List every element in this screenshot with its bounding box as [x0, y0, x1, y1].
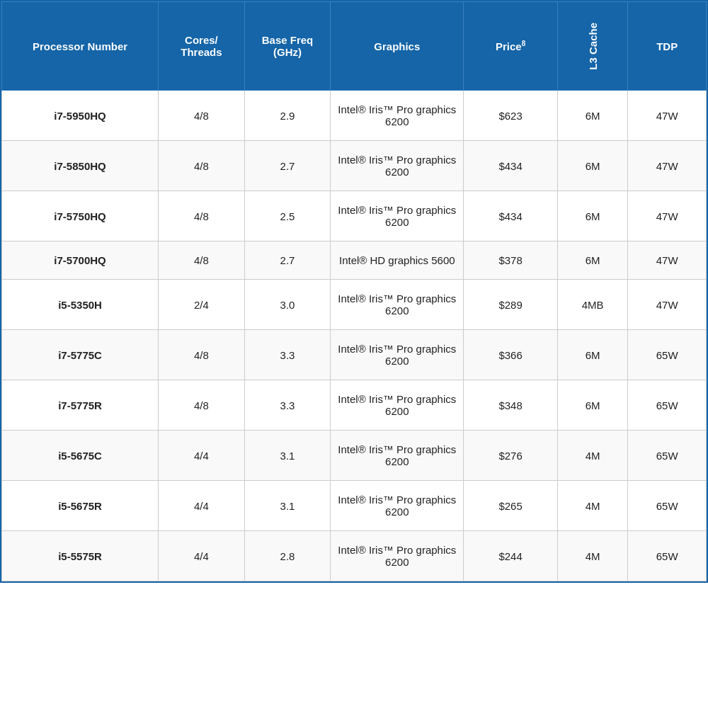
cell-processor: i7-5775C: [2, 330, 159, 380]
cell-cores: 4/8: [159, 191, 245, 241]
cell-cores: 4/4: [159, 431, 245, 481]
cell-l3cache: 6M: [557, 91, 628, 141]
cell-graphics: Intel® Iris™ Pro graphics 6200: [331, 191, 464, 241]
cell-tdp: 47W: [628, 91, 707, 141]
cell-graphics: Intel® Iris™ Pro graphics 6200: [331, 380, 464, 431]
header-l3cache: L3 Cache: [557, 2, 628, 91]
cell-basefreq: 3.1: [244, 481, 331, 531]
cell-price: $434: [464, 141, 558, 191]
table-row: i7-5775R4/83.3Intel® Iris™ Pro graphics …: [2, 380, 707, 431]
cell-basefreq: 2.8: [244, 531, 331, 581]
cell-price: $348: [464, 380, 558, 431]
header-price: Price8: [464, 2, 558, 91]
cell-processor: i7-5950HQ: [2, 91, 159, 141]
table-row: i7-5950HQ4/82.9Intel® Iris™ Pro graphics…: [2, 91, 707, 141]
cell-processor: i7-5700HQ: [2, 241, 159, 280]
cell-graphics: Intel® Iris™ Pro graphics 6200: [331, 141, 464, 191]
cell-graphics: Intel® Iris™ Pro graphics 6200: [331, 91, 464, 141]
cell-cores: 2/4: [159, 280, 245, 330]
cell-basefreq: 3.3: [244, 380, 331, 431]
cell-basefreq: 3.1: [244, 431, 331, 481]
table-row: i7-5700HQ4/82.7Intel® HD graphics 5600$3…: [2, 241, 707, 280]
cell-l3cache: 4M: [557, 431, 628, 481]
cell-cores: 4/8: [159, 380, 245, 431]
cell-price: $434: [464, 191, 558, 241]
cell-price: $366: [464, 330, 558, 380]
cell-tdp: 65W: [628, 330, 707, 380]
cell-l3cache: 6M: [557, 330, 628, 380]
cell-l3cache: 6M: [557, 241, 628, 280]
cell-tdp: 47W: [628, 241, 707, 280]
table-row: i7-5850HQ4/82.7Intel® Iris™ Pro graphics…: [2, 141, 707, 191]
cell-basefreq: 2.9: [244, 91, 331, 141]
header-tdp: TDP: [628, 2, 707, 91]
cell-graphics: Intel® Iris™ Pro graphics 6200: [331, 280, 464, 330]
cell-basefreq: 3.3: [244, 330, 331, 380]
header-basefreq: Base Freq(GHz): [244, 2, 331, 91]
cell-cores: 4/8: [159, 91, 245, 141]
cell-tdp: 65W: [628, 531, 707, 581]
cell-processor: i7-5750HQ: [2, 191, 159, 241]
l3cache-rotated-label: L3 Cache: [587, 23, 599, 70]
table-row: i5-5350H2/43.0Intel® Iris™ Pro graphics …: [2, 280, 707, 330]
cell-cores: 4/4: [159, 531, 245, 581]
table-row: i5-5575R4/42.8Intel® Iris™ Pro graphics …: [2, 531, 707, 581]
cell-price: $265: [464, 481, 558, 531]
cell-cores: 4/4: [159, 481, 245, 531]
cell-price: $244: [464, 531, 558, 581]
cell-processor: i5-5575R: [2, 531, 159, 581]
header-cores: Cores/Threads: [159, 2, 245, 91]
cell-l3cache: 6M: [557, 191, 628, 241]
cell-processor: i7-5775R: [2, 380, 159, 431]
cell-l3cache: 4M: [557, 531, 628, 581]
cell-basefreq: 2.5: [244, 191, 331, 241]
cell-graphics: Intel® Iris™ Pro graphics 6200: [331, 330, 464, 380]
cell-l3cache: 4MB: [557, 280, 628, 330]
table-row: i7-5750HQ4/82.5Intel® Iris™ Pro graphics…: [2, 191, 707, 241]
cell-processor: i5-5675R: [2, 481, 159, 531]
header-graphics: Graphics: [331, 2, 464, 91]
cell-price: $276: [464, 431, 558, 481]
cell-tdp: 47W: [628, 141, 707, 191]
cell-price: $378: [464, 241, 558, 280]
cell-basefreq: 3.0: [244, 280, 331, 330]
cell-basefreq: 2.7: [244, 241, 331, 280]
cell-graphics: Intel® Iris™ Pro graphics 6200: [331, 431, 464, 481]
cell-tdp: 47W: [628, 280, 707, 330]
cell-basefreq: 2.7: [244, 141, 331, 191]
table-row: i7-5775C4/83.3Intel® Iris™ Pro graphics …: [2, 330, 707, 380]
cell-processor: i7-5850HQ: [2, 141, 159, 191]
cell-price: $623: [464, 91, 558, 141]
cell-price: $289: [464, 280, 558, 330]
cell-graphics: Intel® HD graphics 5600: [331, 241, 464, 280]
cell-processor: i5-5675C: [2, 431, 159, 481]
table-row: i5-5675R4/43.1Intel® Iris™ Pro graphics …: [2, 481, 707, 531]
cell-tdp: 65W: [628, 380, 707, 431]
cell-cores: 4/8: [159, 141, 245, 191]
table-row: i5-5675C4/43.1Intel® Iris™ Pro graphics …: [2, 431, 707, 481]
cell-l3cache: 4M: [557, 481, 628, 531]
cell-processor: i5-5350H: [2, 280, 159, 330]
cell-cores: 4/8: [159, 330, 245, 380]
cell-graphics: Intel® Iris™ Pro graphics 6200: [331, 531, 464, 581]
cell-graphics: Intel® Iris™ Pro graphics 6200: [331, 481, 464, 531]
cell-cores: 4/8: [159, 241, 245, 280]
cell-l3cache: 6M: [557, 380, 628, 431]
cell-tdp: 47W: [628, 191, 707, 241]
header-processor: Processor Number: [2, 2, 159, 91]
cell-tdp: 65W: [628, 431, 707, 481]
cell-l3cache: 6M: [557, 141, 628, 191]
cell-tdp: 65W: [628, 481, 707, 531]
